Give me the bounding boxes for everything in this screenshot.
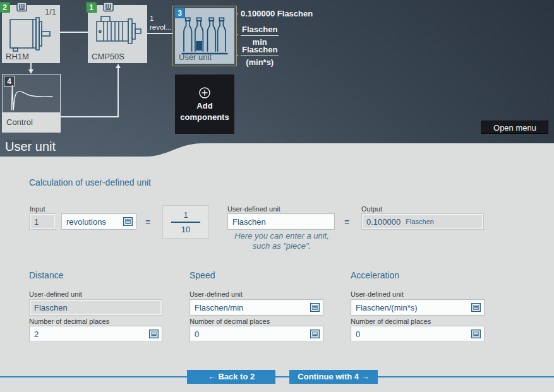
open-menu-button[interactable]: Open menu xyxy=(481,121,548,134)
user-unit-label: User unit xyxy=(179,52,212,62)
panel-title: User unit xyxy=(5,140,56,154)
accel-unit-label: User-defined unit xyxy=(351,290,404,298)
fraction-bar xyxy=(171,222,200,223)
speed-decimals-select[interactable]: 0 xyxy=(190,326,323,342)
speed-decimals-label: Number of decimal places xyxy=(190,318,270,325)
distance-unit-field: Flaschen xyxy=(29,299,162,316)
arrow-up-icon xyxy=(116,64,121,68)
readout-accel-num: Flaschen xyxy=(241,45,279,56)
back-button[interactable]: ← Back to 2 xyxy=(187,370,275,384)
app-window: 1 revol... 2 1/1 RH1M 1 xyxy=(0,0,554,392)
output-value-field: 0.100000 Flaschen xyxy=(361,213,484,230)
accel-decimals-label: Number of decimal places xyxy=(351,318,431,325)
user-defined-unit-label: User-defined unit xyxy=(227,205,280,213)
component-block-control-system[interactable]: 4 Control system xyxy=(2,74,61,133)
plus-circle-icon xyxy=(198,86,211,99)
user-unit-panel xyxy=(0,157,554,392)
component-block-user-unit[interactable]: 3 User unit xyxy=(172,6,237,66)
dropdown-list-icon[interactable] xyxy=(471,330,481,340)
distance-unit-label: User-defined unit xyxy=(29,290,82,298)
dropdown-list-icon[interactable] xyxy=(123,217,133,228)
calc-section-title: Calculation of user-defined unit xyxy=(29,177,151,187)
component-block-gearbox[interactable]: 2 1/1 RH1M xyxy=(2,5,60,63)
motor-icon xyxy=(88,14,147,49)
connector-control-elbow-h xyxy=(60,116,118,117)
gearbox-icon xyxy=(2,16,60,56)
readout-output: 0.100000 Flaschen xyxy=(241,9,313,18)
dropdown-list-icon[interactable] xyxy=(310,303,320,314)
connector-gearbox-motor xyxy=(60,32,88,33)
connector-label: 1 revol... xyxy=(150,14,172,32)
speed-unit-label: User-defined unit xyxy=(190,290,243,298)
speed-unit-select[interactable]: Flaschen/min xyxy=(190,299,323,316)
output-unit-suffix: Flaschen xyxy=(406,218,434,225)
user-defined-unit-field[interactable]: Flaschen xyxy=(227,213,335,230)
section-title-distance: Distance xyxy=(29,270,63,280)
section-title-acceleration: Acceleration xyxy=(351,270,399,280)
readout-accel-den: (min*s) xyxy=(241,56,279,67)
motor-label: CMP50S xyxy=(92,52,124,61)
add-components-line2: components xyxy=(180,112,229,122)
equals-sign: = xyxy=(143,217,153,227)
connector-control-elbow-v xyxy=(117,68,119,117)
panel-curved-edge xyxy=(0,142,554,158)
output-label: Output xyxy=(361,205,382,213)
add-components-line1: Add xyxy=(196,101,212,110)
dropdown-list-icon[interactable] xyxy=(310,330,320,340)
input-value-field: 1 xyxy=(29,213,56,230)
readout-speed-num: Flaschen xyxy=(241,25,279,36)
accel-unit-select[interactable]: Flaschen/(min*s) xyxy=(351,299,485,316)
add-components-button[interactable]: Add components xyxy=(175,74,234,134)
control-curve-icon xyxy=(3,80,60,116)
unit-hint-text: Here you can enter a unit, such as "piec… xyxy=(220,231,344,251)
keypad-icon xyxy=(16,2,27,15)
fraction-numerator: 1 xyxy=(183,210,188,220)
fraction-denominator: 10 xyxy=(181,225,190,234)
input-unit-select[interactable]: revolutions xyxy=(61,213,136,230)
readout-speed: Flaschenmin xyxy=(241,25,279,47)
step-badge-2: 2 xyxy=(0,2,10,13)
step-badge-1: 1 xyxy=(86,2,97,13)
input-label: Input xyxy=(30,205,45,213)
connector-motor-userunit xyxy=(147,33,172,34)
equals-sign: = xyxy=(342,217,352,227)
keypad-icon xyxy=(103,2,114,15)
conversion-fraction: 1 10 xyxy=(162,205,209,239)
dropdown-list-icon[interactable] xyxy=(471,303,481,314)
gear-ratio: 1/1 xyxy=(45,7,56,16)
component-block-motor[interactable]: 1 CMP50S xyxy=(88,5,147,63)
footer-divider xyxy=(0,376,554,377)
section-title-speed: Speed xyxy=(190,270,215,280)
distance-decimals-label: Number of decimal places xyxy=(29,318,109,325)
accel-decimals-select[interactable]: 0 xyxy=(351,326,485,342)
continue-button[interactable]: Continue with 4 → xyxy=(289,370,378,384)
arrow-down-icon xyxy=(28,69,33,74)
distance-decimals-select[interactable]: 2 xyxy=(29,326,162,342)
readout-accel: Flaschen(min*s) xyxy=(241,45,279,67)
dropdown-list-icon[interactable] xyxy=(149,330,159,340)
control-system-label: Control system xyxy=(3,112,60,132)
gearbox-label: RH1M xyxy=(6,52,29,61)
